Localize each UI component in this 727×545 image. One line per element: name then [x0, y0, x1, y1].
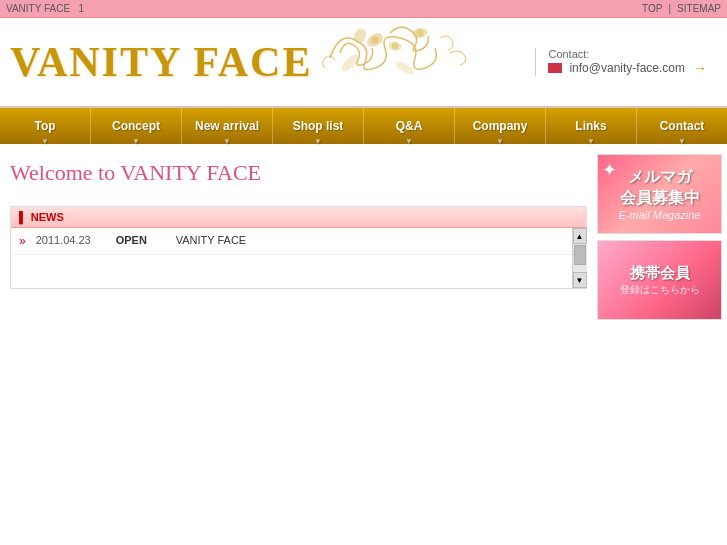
scroll-track: [573, 244, 587, 272]
nav-item-concept[interactable]: Concept: [91, 108, 182, 144]
sitemap-link[interactable]: SITEMAP: [677, 3, 721, 14]
logo-decoration: [320, 18, 480, 107]
contact-label: Contact:: [548, 48, 589, 60]
melmaga-banner[interactable]: ✦ メルマガ 会員募集中 E-mail Magazine: [597, 154, 722, 234]
nav-item-links[interactable]: Links: [546, 108, 637, 144]
melmaga-text-line3: E-mail Magazine: [619, 209, 701, 221]
nav-item-qa[interactable]: Q&A: [364, 108, 455, 144]
tab-label: 1: [78, 3, 84, 14]
site-name-label: VANITY FACE: [6, 3, 70, 14]
news-arrow-icon: »: [19, 234, 26, 248]
news-list: » 2011.04.23 OPEN VANITY FACE ▲ ▼: [11, 228, 586, 288]
keitai-text-line2: 登録はこちらから: [620, 283, 700, 297]
nav-item-new-arrival[interactable]: New arrival: [182, 108, 273, 144]
contact-email[interactable]: info@vanity-face.com →: [548, 60, 707, 76]
nav-item-top[interactable]: Top: [0, 108, 91, 144]
nav-item-company[interactable]: Company: [455, 108, 546, 144]
header: VANITY FACE: [0, 18, 727, 108]
nav-item-contact[interactable]: Contact: [637, 108, 727, 144]
welcome-text: Welcome to VANITY FACE: [10, 154, 587, 186]
melmaga-text-line1: メルマガ: [628, 167, 692, 188]
news-section: NEWS » 2011.04.23 OPEN VANITY FACE ▲: [10, 206, 587, 289]
news-category: OPEN: [116, 234, 166, 246]
email-text: info@vanity-face.com: [569, 61, 685, 75]
content-area: Welcome to VANITY FACE NEWS » 2011.04.23…: [0, 154, 597, 414]
top-bar-nav: TOP | SITEMAP: [642, 3, 721, 14]
news-title: VANITY FACE: [176, 234, 247, 246]
scroll-thumb[interactable]: [574, 245, 586, 265]
news-scrollbar[interactable]: ▲ ▼: [572, 228, 586, 288]
svg-point-2: [353, 27, 367, 44]
svg-point-6: [417, 30, 423, 36]
keitai-text-line1: 携帯会員: [630, 263, 690, 283]
main-area: Welcome to VANITY FACE NEWS » 2011.04.23…: [0, 144, 727, 424]
nav-item-shop-list[interactable]: Shop list: [273, 108, 364, 144]
keitai-banner[interactable]: 携帯会員 登録はこちらから: [597, 240, 722, 320]
scroll-down-button[interactable]: ▼: [573, 272, 587, 288]
star-icon: ✦: [602, 159, 617, 181]
melmaga-text-line2: 会員募集中: [620, 188, 700, 209]
separator: |: [668, 3, 671, 14]
top-bar: VANITY FACE 1 TOP | SITEMAP: [0, 0, 727, 18]
top-link[interactable]: TOP: [642, 3, 662, 14]
news-item: » 2011.04.23 OPEN VANITY FACE: [11, 228, 586, 255]
sidebar: ✦ メルマガ 会員募集中 E-mail Magazine 携帯会員 登録はこちら…: [597, 154, 727, 414]
email-icon: [548, 63, 562, 73]
news-header-label: NEWS: [31, 211, 64, 223]
contact-area: Contact: info@vanity-face.com →: [535, 48, 707, 76]
svg-point-4: [372, 37, 378, 43]
arrow-icon: →: [693, 60, 707, 76]
news-header: NEWS: [11, 207, 586, 228]
logo-area: VANITY FACE: [10, 18, 480, 107]
svg-point-5: [393, 43, 398, 48]
scroll-up-button[interactable]: ▲: [573, 228, 587, 244]
logo-text: VANITY FACE: [10, 38, 312, 86]
top-bar-site-name: VANITY FACE 1: [6, 3, 84, 14]
navigation: Top Concept New arrival Shop list Q&A Co…: [0, 108, 727, 144]
svg-point-8: [396, 60, 415, 74]
news-date: 2011.04.23: [36, 234, 106, 246]
